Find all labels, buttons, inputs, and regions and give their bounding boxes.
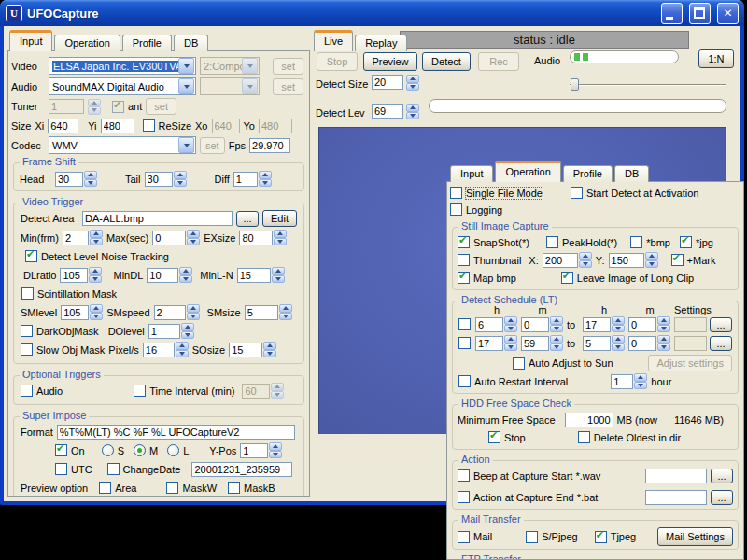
tail-spinner[interactable]: [174, 171, 187, 187]
thumb-y-field[interactable]: [609, 253, 644, 268]
slowobj-checkbox[interactable]: [21, 343, 33, 356]
sched1-h2-spinner[interactable]: [612, 316, 625, 332]
thumbnail-checkbox[interactable]: [458, 254, 470, 266]
sosize-spinner[interactable]: [263, 342, 276, 357]
sched2-m2-spinner[interactable]: [657, 335, 670, 351]
leave-checkbox[interactable]: [561, 272, 573, 284]
action-end-checkbox[interactable]: [458, 491, 470, 503]
logging-checkbox[interactable]: [450, 203, 462, 216]
op-tab-input[interactable]: Input: [450, 165, 493, 182]
tab-replay[interactable]: Replay: [355, 35, 407, 51]
ratio-button[interactable]: 1:N: [698, 49, 734, 68]
sched2-h-field[interactable]: [475, 336, 503, 351]
si-l-radio[interactable]: [167, 444, 179, 456]
bmp-checkbox[interactable]: [630, 236, 642, 248]
sched1-m-field[interactable]: [521, 317, 549, 332]
sched1-h-spinner[interactable]: [504, 316, 517, 332]
close-button[interactable]: [717, 3, 739, 24]
detect-lev-field[interactable]: [372, 104, 403, 119]
action-end-field[interactable]: [645, 490, 707, 505]
detect-area-field[interactable]: [82, 211, 233, 226]
delete-oldest-checkbox[interactable]: [578, 431, 590, 443]
tab-operation[interactable]: Operation: [54, 35, 120, 51]
diff-field[interactable]: [233, 172, 258, 187]
utc-checkbox[interactable]: [55, 463, 67, 475]
audio-slider-thumb[interactable]: [571, 78, 579, 91]
diff-spinner[interactable]: [259, 171, 272, 187]
op-tab-db[interactable]: DB: [614, 165, 649, 182]
tab-db[interactable]: DB: [174, 35, 208, 51]
detect-size-field[interactable]: [372, 75, 403, 90]
dolevel-field[interactable]: [148, 324, 180, 339]
fps-field[interactable]: [249, 138, 290, 153]
min-free-field[interactable]: [565, 413, 613, 427]
minln-field[interactable]: [237, 268, 271, 283]
tab-profile[interactable]: Profile: [122, 35, 172, 51]
sched2-m2-field[interactable]: [628, 336, 656, 351]
maximize-button[interactable]: [689, 3, 711, 24]
mail-tjpeg-checkbox[interactable]: [595, 531, 607, 543]
peakhold-checkbox[interactable]: [546, 236, 558, 248]
mark-checkbox[interactable]: [671, 254, 684, 266]
ypos-field[interactable]: [240, 443, 268, 458]
smlevel-field[interactable]: [61, 305, 89, 320]
auto-restart-field[interactable]: [611, 374, 633, 389]
sched2-h2-spinner[interactable]: [612, 335, 625, 351]
sched1-h2-field[interactable]: [583, 317, 611, 332]
thumb-y-spinner[interactable]: [645, 252, 658, 268]
sched2-h2-field[interactable]: [583, 336, 611, 351]
minimize-button[interactable]: [661, 3, 683, 24]
preview-button[interactable]: Preview: [363, 52, 417, 71]
mindl-spinner[interactable]: [179, 267, 192, 283]
mapbmp-checkbox[interactable]: [458, 272, 470, 284]
changedate-checkbox[interactable]: [107, 463, 120, 475]
sched1-m-spinner[interactable]: [550, 316, 563, 332]
minln-spinner[interactable]: [272, 267, 285, 283]
jpg-checkbox[interactable]: [680, 236, 692, 248]
auto-restart-spinner[interactable]: [634, 373, 647, 389]
pixels-spinner[interactable]: [176, 342, 189, 357]
sched1-m2-spinner[interactable]: [657, 316, 670, 332]
smsize-field[interactable]: [245, 305, 278, 320]
op-tab-profile[interactable]: Profile: [563, 165, 613, 182]
smlevel-spinner[interactable]: [90, 304, 103, 320]
mail-checkbox[interactable]: [458, 531, 470, 543]
codec-combo[interactable]: WMV: [49, 136, 196, 154]
min-frm-spinner[interactable]: [90, 230, 103, 245]
mindl-field[interactable]: [147, 268, 178, 283]
darkobj-checkbox[interactable]: [21, 325, 33, 337]
detect-button[interactable]: Detect: [422, 52, 471, 71]
schedule1-checkbox[interactable]: [458, 318, 471, 330]
min-frm-field[interactable]: [63, 231, 89, 245]
head-spinner[interactable]: [84, 171, 97, 187]
hdd-stop-checkbox[interactable]: [488, 431, 500, 443]
smsize-spinner[interactable]: [279, 304, 292, 320]
auto-adjust-checkbox[interactable]: [513, 357, 525, 370]
ypos-spinner[interactable]: [269, 442, 282, 458]
yi-field[interactable]: [101, 119, 134, 133]
resize-checkbox[interactable]: [143, 119, 155, 132]
tab-input[interactable]: Input: [9, 30, 52, 51]
auto-restart-checkbox[interactable]: [458, 375, 471, 387]
schedule2-checkbox[interactable]: [458, 337, 471, 349]
sched2-h-spinner[interactable]: [504, 335, 517, 351]
op-tab-operation[interactable]: Operation: [495, 161, 560, 182]
sched2-m-spinner[interactable]: [550, 335, 563, 351]
action-end-browse-button[interactable]: ...: [711, 490, 733, 505]
detect-size-spinner[interactable]: [406, 75, 419, 91]
sched1-h-field[interactable]: [475, 317, 503, 332]
head-field[interactable]: [55, 172, 83, 187]
start-detect-checkbox[interactable]: [571, 187, 583, 199]
detect-lev-spinner[interactable]: [406, 104, 419, 119]
changedate-field[interactable]: [191, 462, 292, 477]
time-interval-checkbox[interactable]: [134, 385, 146, 397]
beep-checkbox[interactable]: [458, 469, 470, 482]
snapshot-checkbox[interactable]: [458, 236, 470, 248]
audio-slider[interactable]: [570, 78, 726, 91]
sched1-m2-field[interactable]: [628, 317, 656, 332]
audio-trigger-checkbox[interactable]: [21, 385, 33, 397]
format-field[interactable]: [57, 425, 295, 440]
tail-field[interactable]: [145, 172, 173, 187]
si-s-radio[interactable]: [102, 444, 114, 456]
xi-field[interactable]: [48, 119, 78, 133]
